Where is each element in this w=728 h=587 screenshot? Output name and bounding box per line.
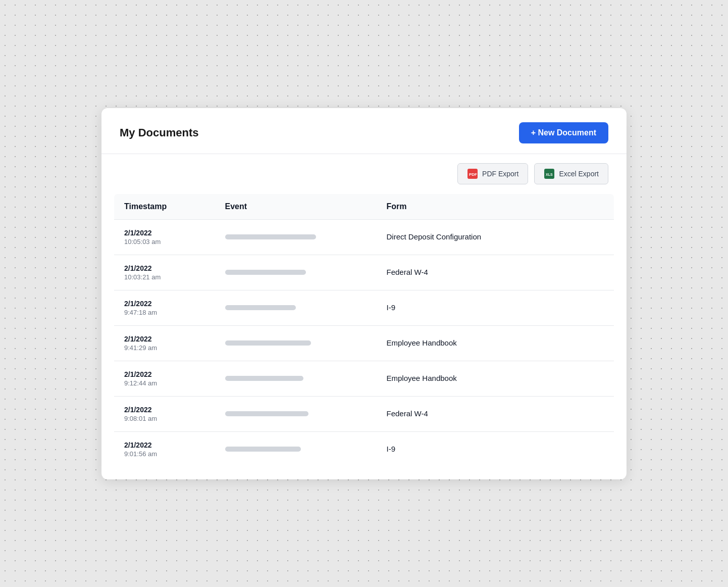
event-bars <box>225 234 367 239</box>
event-bar <box>225 376 303 381</box>
excel-export-label: Excel Export <box>559 170 599 178</box>
form-name: Direct Deposit Configuration <box>387 232 482 241</box>
timestamp-date: 2/1/2022 <box>124 441 205 449</box>
event-bars <box>225 447 367 452</box>
main-card: My Documents + New Document PDF PDF Expo… <box>101 108 627 479</box>
excel-icon: XLS <box>544 168 555 179</box>
timestamp-time: 9:47:18 am <box>124 309 205 316</box>
col-header-form: Form <box>377 193 614 219</box>
cell-form: Federal W-4 <box>377 396 614 431</box>
form-name: Federal W-4 <box>387 409 428 418</box>
timestamp-time: 9:12:44 am <box>124 379 205 387</box>
pdf-export-button[interactable]: PDF PDF Export <box>457 163 528 184</box>
event-bar <box>225 340 311 346</box>
cell-timestamp: 2/1/2022 9:08:01 am <box>114 396 215 431</box>
table-row[interactable]: 2/1/2022 9:01:56 am I-9 <box>114 431 614 467</box>
cell-timestamp: 2/1/2022 9:12:44 am <box>114 361 215 396</box>
cell-timestamp: 2/1/2022 9:47:18 am <box>114 290 215 325</box>
col-header-timestamp: Timestamp <box>114 193 215 219</box>
toolbar: PDF PDF Export XLS Excel Export <box>101 154 627 193</box>
event-bars <box>225 305 367 310</box>
svg-text:PDF: PDF <box>469 172 477 177</box>
event-bar <box>225 234 316 239</box>
event-bars <box>225 376 367 381</box>
table-header-row: Timestamp Event Form <box>114 193 614 219</box>
pdf-icon: PDF <box>467 168 478 179</box>
table-row[interactable]: 2/1/2022 10:03:21 am Federal W-4 <box>114 255 614 290</box>
event-bars <box>225 411 367 416</box>
cell-event <box>215 219 377 255</box>
cell-form: Employee Handbook <box>377 361 614 396</box>
event-bars <box>225 340 367 346</box>
timestamp-time: 9:41:29 am <box>124 344 205 352</box>
table-row[interactable]: 2/1/2022 9:08:01 am Federal W-4 <box>114 396 614 431</box>
timestamp-date: 2/1/2022 <box>124 406 205 414</box>
cell-timestamp: 2/1/2022 10:05:03 am <box>114 219 215 255</box>
table-row[interactable]: 2/1/2022 9:12:44 am Employee Handbook <box>114 361 614 396</box>
form-name: Employee Handbook <box>387 374 457 382</box>
cell-form: Federal W-4 <box>377 255 614 290</box>
timestamp-date: 2/1/2022 <box>124 335 205 343</box>
timestamp-date: 2/1/2022 <box>124 370 205 378</box>
pdf-export-label: PDF Export <box>482 170 518 178</box>
timestamp-date: 2/1/2022 <box>124 300 205 308</box>
documents-table: Timestamp Event Form 2/1/2022 10:05:03 a… <box>114 193 614 467</box>
event-bar <box>225 270 306 275</box>
cell-form: Employee Handbook <box>377 325 614 361</box>
card-header: My Documents + New Document <box>101 108 627 154</box>
cell-event <box>215 255 377 290</box>
table-container: Timestamp Event Form 2/1/2022 10:05:03 a… <box>101 193 627 479</box>
timestamp-time: 9:08:01 am <box>124 415 205 422</box>
timestamp-date: 2/1/2022 <box>124 229 205 237</box>
event-bar <box>225 447 301 452</box>
form-name: I-9 <box>387 303 396 312</box>
event-bars <box>225 270 367 275</box>
cell-timestamp: 2/1/2022 9:41:29 am <box>114 325 215 361</box>
table-row[interactable]: 2/1/2022 9:41:29 am Employee Handbook <box>114 325 614 361</box>
timestamp-time: 10:05:03 am <box>124 238 205 246</box>
event-bar <box>225 305 296 310</box>
cell-timestamp: 2/1/2022 10:03:21 am <box>114 255 215 290</box>
cell-form: Direct Deposit Configuration <box>377 219 614 255</box>
table-row[interactable]: 2/1/2022 9:47:18 am I-9 <box>114 290 614 325</box>
event-bar <box>225 411 308 416</box>
cell-form: I-9 <box>377 431 614 467</box>
col-header-event: Event <box>215 193 377 219</box>
cell-event <box>215 396 377 431</box>
new-document-button[interactable]: + New Document <box>519 122 608 143</box>
cell-event <box>215 325 377 361</box>
cell-timestamp: 2/1/2022 9:01:56 am <box>114 431 215 467</box>
cell-event <box>215 290 377 325</box>
form-name: Employee Handbook <box>387 338 457 347</box>
timestamp-time: 10:03:21 am <box>124 273 205 281</box>
cell-event <box>215 361 377 396</box>
cell-form: I-9 <box>377 290 614 325</box>
page-title: My Documents <box>120 126 198 139</box>
form-name: Federal W-4 <box>387 268 428 276</box>
form-name: I-9 <box>387 445 396 453</box>
timestamp-date: 2/1/2022 <box>124 264 205 272</box>
timestamp-time: 9:01:56 am <box>124 450 205 458</box>
svg-text:XLS: XLS <box>546 173 553 176</box>
table-row[interactable]: 2/1/2022 10:05:03 am Direct Deposit Conf… <box>114 219 614 255</box>
cell-event <box>215 431 377 467</box>
excel-export-button[interactable]: XLS Excel Export <box>534 163 608 184</box>
